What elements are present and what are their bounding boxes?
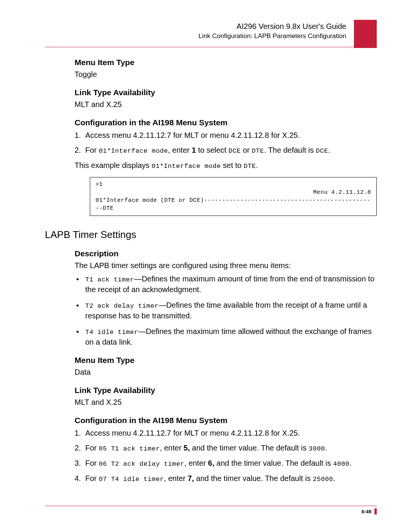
- heading-menu-item-type: Menu Item Type: [75, 58, 377, 67]
- step-text: Access menu 4.2.11.12.7 for MLT or menu …: [85, 429, 300, 437]
- step-text: Access menu 4.2.11.12.7 for MLT or menu …: [85, 131, 300, 139]
- section-title-lapb-timer: LAPB Timer Settings: [45, 229, 377, 241]
- list-item: T1 ack timer—Defines the maximum amount …: [75, 274, 377, 295]
- config-steps: 1.Access menu 4.2.11.12.7 for MLT or men…: [75, 428, 377, 484]
- value-link-type-availability: MLT and X.25: [75, 397, 377, 407]
- list-item: 2.For 01*Interface mode, enter 1 to sele…: [75, 145, 377, 156]
- heading-menu-item-type: Menu Item Type: [75, 356, 377, 365]
- page-number: 6-49: [362, 509, 371, 514]
- step-text: For 06 T2 ack delay timer, enter 6, and …: [85, 459, 352, 467]
- example-output-box: >1 Menu 4.2.11.12.8 01*Interface mode (D…: [90, 177, 377, 216]
- example-intro: This example displays 01*Interface mode …: [75, 160, 377, 171]
- page-content: Menu Item Type Toggle Link Type Availabi…: [45, 58, 377, 484]
- list-item: 3.For 06 T2 ack delay timer, enter 6, an…: [75, 458, 377, 469]
- example-line: >1: [96, 181, 371, 189]
- example-line: Menu 4.2.11.12.8: [96, 189, 371, 197]
- value-menu-item-type: Toggle: [75, 69, 377, 80]
- heading-config-ai198: Configuration in the AI198 Menu System: [75, 416, 377, 425]
- description-intro: The LAPB timer settings are configured u…: [75, 260, 377, 271]
- step-text: For 01*Interface mode, enter 1 to select…: [85, 146, 330, 154]
- footer-accent-mark: [374, 508, 377, 514]
- header-accent-box: [354, 20, 377, 48]
- value-menu-item-type: Data: [75, 367, 377, 377]
- example-line: 01*Interface mode (DTE or DCE)----------…: [96, 197, 371, 212]
- page-header: AI296 Version 9.8x User's Guide Link Con…: [45, 22, 377, 40]
- header-rule: [45, 47, 377, 47]
- doc-title: AI296 Version 9.8x User's Guide: [45, 22, 346, 31]
- step-text: For 05 T1 ack timer, enter 5, and the ti…: [85, 444, 327, 452]
- list-item: T2 ack delay timer—Defines the time avai…: [75, 300, 377, 321]
- list-item: 2.For 05 T1 ack timer, enter 5, and the …: [75, 443, 377, 454]
- list-item: 1.Access menu 4.2.11.12.7 for MLT or men…: [75, 428, 377, 438]
- list-item: 4.For 07 T4 idle timer, enter 7, and the…: [75, 473, 377, 484]
- footer-rule: [45, 506, 377, 506]
- timer-bullet-list: T1 ack timer—Defines the maximum amount …: [75, 274, 377, 347]
- heading-description: Description: [75, 249, 377, 258]
- page-footer: 6-49: [45, 506, 377, 514]
- config-steps: 1.Access menu 4.2.11.12.7 for MLT or men…: [75, 130, 377, 156]
- heading-link-type-availability: Link Type Availability: [75, 88, 377, 97]
- value-link-type-availability: MLT and X.25: [75, 99, 377, 110]
- list-item: T4 idle timer—Defines the maximum time a…: [75, 326, 377, 347]
- list-item: 1.Access menu 4.2.11.12.7 for MLT or men…: [75, 130, 377, 141]
- step-text: For 07 T4 idle timer, enter 7, and the t…: [85, 474, 335, 482]
- heading-link-type-availability: Link Type Availability: [75, 386, 377, 395]
- heading-config-ai198: Configuration in the AI198 Menu System: [75, 118, 377, 127]
- doc-subtitle: Link Configuration: LAPB Parameters Conf…: [45, 32, 346, 40]
